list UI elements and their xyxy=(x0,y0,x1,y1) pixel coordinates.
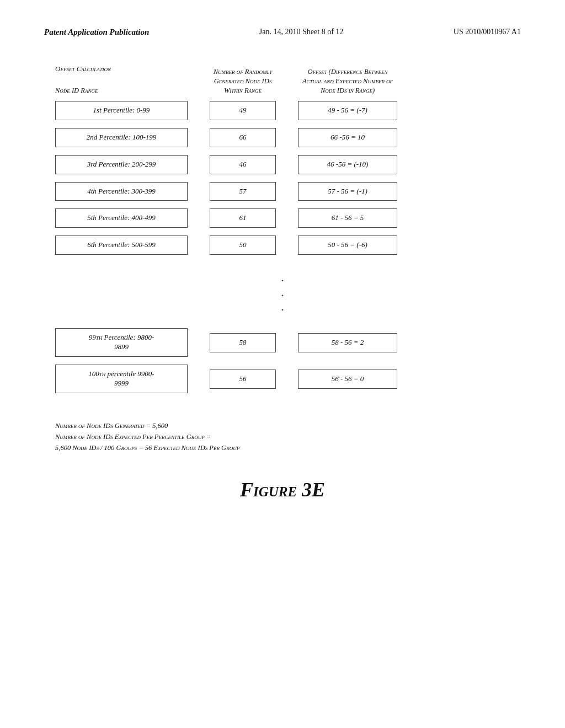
data-table-top: 1st Percentile: 0-994949 - 56 = (-7)2nd … xyxy=(55,101,510,263)
cell-num-ids: 56 xyxy=(210,370,276,389)
col1-header: Offset Calculation Node ID Range xyxy=(55,65,188,95)
cell-node-range: 100th percentile 9900-9999 xyxy=(55,365,188,393)
cell-node-range: 2nd Percentile: 100-199 xyxy=(55,128,188,147)
table-row: 3rd Percentile: 200-2994646 -56 = (-10) xyxy=(55,155,510,174)
footer-line2: Number of Node IDs Expected Per Percenti… xyxy=(55,431,510,442)
offset-label: Offset (Difference Between Actual and Ex… xyxy=(298,67,397,95)
page: Patent Application Publication Jan. 14, … xyxy=(0,0,565,728)
table-row: 5th Percentile: 400-4996161 - 56 = 5 xyxy=(55,208,510,228)
cell-num-ids: 57 xyxy=(210,182,276,201)
figure-title: Figure 3E xyxy=(55,478,510,501)
table-row: 100th percentile 9900-99995656 - 56 = 0 xyxy=(55,365,510,393)
cell-offset: 58 - 56 = 2 xyxy=(298,333,397,352)
cell-num-ids: 50 xyxy=(210,235,276,255)
table-row: 99th Percentile: 9800-98995858 - 56 = 2 xyxy=(55,328,510,357)
cell-node-range: 6th Percentile: 500-599 xyxy=(55,235,188,255)
num-generated-label: Number of Randomly Generated Node IDs Wi… xyxy=(210,67,276,95)
table-row: 1st Percentile: 0-994949 - 56 = (-7) xyxy=(55,101,510,120)
cell-offset: 57 - 56 = (-1) xyxy=(298,182,397,201)
data-table-bottom: 99th Percentile: 9800-98995858 - 56 = 21… xyxy=(55,328,510,401)
patent-number: US 2010/0010967 A1 xyxy=(454,28,521,36)
ellipsis-dots: ··· xyxy=(55,274,510,317)
table-row: 4th Percentile: 300-3995757 - 56 = (-1) xyxy=(55,182,510,201)
footer-notes: Number of Node IDs Generated = 5,600 Num… xyxy=(55,420,510,453)
column-headers: Offset Calculation Node ID Range Number … xyxy=(55,65,510,95)
table-row: 6th Percentile: 500-5995050 - 56 = (-6) xyxy=(55,235,510,255)
cell-num-ids: 49 xyxy=(210,101,276,120)
cell-offset: 50 - 56 = (-6) xyxy=(298,235,397,255)
node-id-range-label: Node ID Range xyxy=(55,86,188,95)
table-row: 2nd Percentile: 100-1996666 -56 = 10 xyxy=(55,128,510,147)
cell-offset: 46 -56 = (-10) xyxy=(298,155,397,174)
cell-num-ids: 66 xyxy=(210,128,276,147)
footer-line1: Number of Node IDs Generated = 5,600 xyxy=(55,420,510,431)
cell-num-ids: 58 xyxy=(210,333,276,352)
cell-node-range: 99th Percentile: 9800-9899 xyxy=(55,328,188,357)
main-content: Offset Calculation Node ID Range Number … xyxy=(44,59,521,507)
cell-node-range: 5th Percentile: 400-499 xyxy=(55,208,188,228)
cell-offset: 66 -56 = 10 xyxy=(298,128,397,147)
col3-header: Offset (Difference Between Actual and Ex… xyxy=(298,67,397,95)
cell-num-ids: 46 xyxy=(210,155,276,174)
offset-calc-label: Offset Calculation xyxy=(55,65,188,73)
cell-node-range: 3rd Percentile: 200-299 xyxy=(55,155,188,174)
cell-offset: 61 - 56 = 5 xyxy=(298,208,397,228)
col2-header: Number of Randomly Generated Node IDs Wi… xyxy=(210,67,276,95)
page-header: Patent Application Publication Jan. 14, … xyxy=(44,28,521,37)
cell-offset: 56 - 56 = 0 xyxy=(298,370,397,389)
cell-node-range: 4th Percentile: 300-399 xyxy=(55,182,188,201)
cell-node-range: 1st Percentile: 0-99 xyxy=(55,101,188,120)
sheet-info: Jan. 14, 2010 Sheet 8 of 12 xyxy=(259,28,343,36)
cell-offset: 49 - 56 = (-7) xyxy=(298,101,397,120)
cell-num-ids: 61 xyxy=(210,208,276,228)
publication-label: Patent Application Publication xyxy=(44,28,149,37)
footer-line3: 5,600 Node IDs / 100 Groups = 56 Expecte… xyxy=(55,442,510,453)
